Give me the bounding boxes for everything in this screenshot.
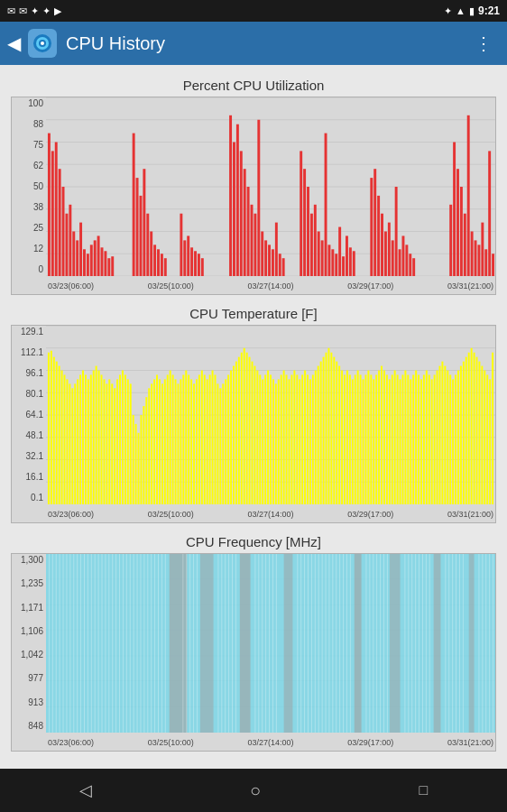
svg-rect-33	[136, 178, 139, 276]
cpu-frequency-chart[interactable]: 848 913 977 1,042 1,106 1,171 1,235 1,30…	[11, 553, 496, 752]
svg-rect-17	[62, 187, 65, 276]
svg-rect-237	[370, 374, 372, 504]
svg-rect-293	[170, 554, 188, 733]
svg-rect-179	[217, 383, 218, 504]
svg-rect-203	[281, 374, 282, 504]
svg-rect-375	[387, 554, 388, 733]
menu-button[interactable]: ⋮	[467, 25, 500, 61]
svg-rect-185	[233, 366, 235, 504]
nav-back-button[interactable]: ◁	[79, 780, 92, 800]
svg-rect-318	[108, 554, 109, 733]
svg-rect-154	[151, 383, 152, 504]
svg-rect-359	[318, 554, 319, 733]
svg-rect-231	[355, 374, 356, 504]
svg-rect-205	[286, 374, 288, 504]
svg-rect-175	[207, 379, 208, 504]
cpu-utilization-chart[interactable]: 0 12 25 38 50 62 75 88 100	[11, 97, 496, 295]
svg-rect-308	[73, 554, 74, 733]
svg-rect-68	[310, 214, 313, 276]
svg-rect-255	[418, 374, 419, 504]
svg-rect-83	[377, 196, 380, 276]
svg-rect-86	[388, 223, 391, 276]
svg-rect-356	[308, 554, 309, 733]
svg-rect-361	[326, 554, 327, 733]
svg-rect-326	[137, 554, 138, 733]
svg-rect-259	[429, 374, 430, 504]
svg-rect-368	[350, 554, 351, 733]
svg-rect-74	[331, 249, 334, 276]
svg-rect-160	[167, 374, 169, 504]
svg-rect-323	[126, 554, 127, 733]
svg-rect-354	[300, 554, 301, 733]
svg-rect-251	[407, 374, 409, 504]
svg-rect-73	[327, 245, 330, 276]
svg-rect-268	[452, 379, 454, 504]
svg-rect-394	[493, 554, 493, 733]
svg-rect-234	[363, 379, 364, 504]
svg-rect-358	[315, 554, 316, 733]
svg-rect-182	[225, 379, 226, 504]
svg-rect-346	[254, 554, 255, 733]
status-icons-left: ✉ ✉ ✦ ✦ ▶	[7, 5, 61, 17]
svg-rect-132	[93, 371, 95, 505]
svg-rect-214	[309, 379, 311, 504]
back-button[interactable]: ◀	[7, 32, 21, 54]
svg-rect-167	[185, 371, 187, 505]
svg-rect-362	[328, 554, 329, 733]
svg-rect-314	[95, 554, 96, 733]
svg-rect-24	[87, 254, 89, 276]
status-time: 9:21	[478, 5, 500, 17]
svg-rect-106	[492, 254, 494, 276]
wifi-icon: ▲	[456, 5, 466, 16]
svg-rect-34	[140, 196, 143, 276]
svg-rect-233	[360, 374, 362, 504]
svg-rect-152	[145, 397, 147, 504]
svg-rect-176	[209, 374, 211, 504]
svg-rect-35	[143, 169, 145, 276]
svg-rect-164	[177, 383, 179, 504]
svg-rect-391	[482, 554, 483, 733]
svg-rect-303	[56, 554, 57, 733]
svg-rect-173	[201, 371, 203, 505]
svg-rect-122	[66, 379, 68, 504]
svg-rect-226	[341, 371, 343, 505]
svg-rect-56	[254, 214, 256, 276]
nav-recent-button[interactable]: □	[419, 782, 429, 798]
notification-icon-3: ✦	[31, 5, 39, 17]
svg-rect-347	[258, 554, 259, 733]
svg-rect-309	[77, 554, 78, 733]
svg-rect-127	[79, 374, 81, 504]
notification-icon-1: ✉	[7, 5, 15, 17]
svg-rect-350	[269, 554, 270, 733]
svg-rect-262	[437, 371, 438, 505]
svg-rect-184	[230, 371, 232, 505]
svg-rect-351	[272, 554, 273, 733]
nav-home-button[interactable]: ○	[250, 780, 261, 801]
svg-rect-321	[119, 554, 120, 733]
svg-rect-196	[262, 379, 263, 504]
page-title: CPU History	[66, 33, 467, 54]
svg-rect-144	[124, 374, 126, 504]
svg-rect-20	[72, 232, 75, 277]
svg-rect-324	[130, 554, 131, 733]
svg-rect-344	[232, 554, 233, 733]
cpu-temperature-chart[interactable]: 0.1 16.1 32.1 48.1 64.1 80.1 96.1 112.1 …	[11, 325, 496, 523]
svg-rect-135	[101, 374, 103, 504]
svg-rect-168	[188, 374, 189, 504]
svg-rect-277	[476, 357, 478, 504]
svg-rect-36	[146, 214, 149, 276]
svg-rect-210	[299, 379, 300, 504]
y-axis-temperature: 0.1 16.1 32.1 48.1 64.1 80.1 96.1 112.1 …	[12, 326, 46, 504]
svg-rect-199	[270, 374, 272, 504]
svg-rect-48	[201, 258, 204, 276]
svg-rect-41	[164, 258, 167, 276]
svg-rect-241	[381, 366, 383, 504]
svg-rect-190	[246, 353, 248, 504]
svg-rect-224	[336, 362, 337, 504]
svg-rect-273	[466, 357, 467, 504]
svg-rect-174	[204, 374, 206, 504]
svg-rect-228	[346, 371, 348, 505]
svg-rect-88	[395, 187, 398, 276]
svg-rect-245	[392, 374, 393, 504]
svg-rect-149	[138, 433, 140, 504]
